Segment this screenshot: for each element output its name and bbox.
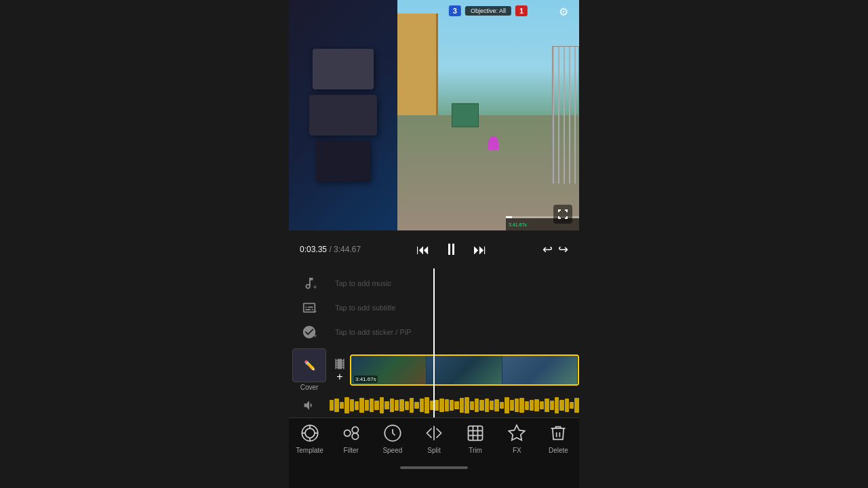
- cover-thumbnail[interactable]: ✏️: [292, 348, 326, 382]
- home-bar: [400, 466, 468, 469]
- waveform-track: [330, 395, 579, 415]
- game-character: [488, 136, 498, 150]
- game-hud: 3 Objective: All 1: [449, 5, 528, 16]
- current-time: 0:03.35: [300, 245, 327, 254]
- fx-icon: [506, 422, 528, 444]
- waveform-bar: [395, 400, 399, 411]
- music-track-icon[interactable]: +: [289, 276, 330, 291]
- waveform-bar: [454, 401, 458, 409]
- objective-bar: Objective: All: [465, 6, 511, 16]
- toolbar-item-filter[interactable]: Filter: [334, 422, 368, 454]
- waveform-bar: [500, 402, 504, 409]
- waveform-bar: [359, 398, 363, 413]
- waveform-bar: [570, 402, 574, 409]
- svg-point-9: [344, 430, 350, 436]
- waveform-bar: [475, 399, 479, 412]
- waveform-bar: [470, 401, 474, 410]
- game-scene: 3 Objective: All 1: [397, 0, 579, 230]
- music-track-label[interactable]: Tap to add music: [330, 274, 397, 293]
- clip-frame-1: 3:41.67s: [351, 356, 427, 384]
- game-fence: [552, 46, 579, 184]
- waveform-bar: [479, 400, 484, 411]
- video-clip-strip[interactable]: 3:41.67s: [350, 354, 579, 386]
- waveform-bar: [350, 399, 354, 411]
- split-icon-svg: [425, 424, 443, 443]
- playback-controls-area: 0:03.35 / 3:44.67 ⏮ ⏸ ⏭ ↩ ↪: [289, 230, 579, 268]
- toolbar-item-fx[interactable]: FX: [500, 422, 534, 454]
- waveform-bar: [574, 398, 578, 413]
- speed-label: Speed: [382, 447, 402, 454]
- toolbar-item-split[interactable]: Split: [417, 422, 451, 454]
- total-time: 3:44.67: [334, 245, 361, 254]
- waveform-bar: [485, 399, 489, 413]
- video-info-text: 3.41.67s: [509, 222, 527, 227]
- pause-button[interactable]: ⏸: [443, 240, 460, 259]
- timeline-playhead: [433, 268, 435, 418]
- waveform-bar: [565, 399, 569, 412]
- toolbar-item-template[interactable]: Template: [293, 422, 327, 454]
- speed-icon-svg: [383, 424, 402, 443]
- add-clip-icon[interactable]: +: [336, 371, 342, 383]
- clip-duration: 3:41.67s: [354, 375, 378, 383]
- timeline-area: + Tap to add music + Tap to add subtitle…: [289, 268, 579, 418]
- waveform-bar: [534, 399, 538, 411]
- subtitle-track-icon[interactable]: +: [289, 300, 330, 315]
- waveform-bar: [344, 397, 349, 413]
- clip-frame-2: [427, 356, 502, 384]
- template-icon-svg: [300, 424, 319, 443]
- playback-buttons: ⏮ ⏸ ⏭: [366, 240, 537, 259]
- waveform-bar: [334, 399, 338, 413]
- waveform-bar: [555, 397, 559, 414]
- music-add-icon: +: [302, 276, 317, 291]
- svg-text:+: +: [313, 283, 317, 291]
- shelf-item-2: [309, 95, 377, 136]
- sticker-add-icon: +: [302, 325, 317, 340]
- waveform-bar: [399, 399, 403, 411]
- template-icon: [299, 422, 321, 444]
- waveform-bar: [380, 397, 384, 414]
- audio-icon-col: [289, 399, 330, 412]
- score-red: 1: [515, 5, 528, 16]
- redo-button[interactable]: ↪: [558, 242, 568, 257]
- waveform-bar: [390, 399, 394, 413]
- svg-point-10: [352, 427, 358, 433]
- waveform-bar: [445, 399, 449, 411]
- waveform-bar: [450, 400, 454, 411]
- clip-frame-3: [502, 356, 578, 384]
- fullscreen-button[interactable]: [553, 205, 572, 224]
- waveform-bar: [410, 398, 414, 413]
- sticker-track-label[interactable]: Tap to add sticker / PiP: [330, 323, 417, 342]
- svg-marker-19: [509, 425, 525, 440]
- toolbar-items: Template Filter: [289, 422, 579, 454]
- video-main-scene: 3 Objective: All 1 ⚙ 3.41.67s: [397, 0, 579, 230]
- toolbar-item-delete[interactable]: Delete: [541, 422, 575, 454]
- skip-start-button[interactable]: ⏮: [416, 242, 430, 258]
- waveform-bar: [559, 400, 564, 411]
- filmstrip-icon: [333, 357, 347, 371]
- trim-label: Trim: [469, 447, 482, 454]
- toolbar-item-trim[interactable]: Trim: [458, 422, 492, 454]
- subtitle-track-label[interactable]: Tap to add subtitle: [330, 298, 401, 317]
- waveform-bar: [519, 398, 524, 413]
- skip-end-button[interactable]: ⏭: [473, 242, 487, 258]
- cover-label: Cover: [300, 384, 319, 391]
- sticker-track-icon[interactable]: +: [289, 325, 330, 340]
- undo-button[interactable]: ↩: [542, 242, 553, 257]
- waveform-bar: [505, 397, 509, 413]
- fullscreen-icon: [557, 209, 568, 220]
- video-left-panel: [289, 0, 397, 230]
- timeline-ruler: 0s · · · 32s · · · ·: [330, 415, 579, 418]
- waveform-bar: [384, 401, 389, 409]
- toolbar-item-speed[interactable]: Speed: [376, 422, 410, 454]
- svg-rect-14: [469, 426, 483, 441]
- cover-pencil-icon: ✏️: [304, 360, 315, 371]
- waveform-bar: [490, 401, 494, 410]
- cover-container: ✏️ Cover: [289, 346, 330, 394]
- waveform-bar: [439, 399, 443, 413]
- waveform-bar: [515, 399, 519, 412]
- waveform-bar: [435, 400, 439, 411]
- filter-icon: [340, 422, 362, 444]
- template-label: Template: [296, 447, 323, 454]
- waveform-bar: [330, 400, 334, 411]
- settings-icon[interactable]: ⚙: [559, 5, 572, 19]
